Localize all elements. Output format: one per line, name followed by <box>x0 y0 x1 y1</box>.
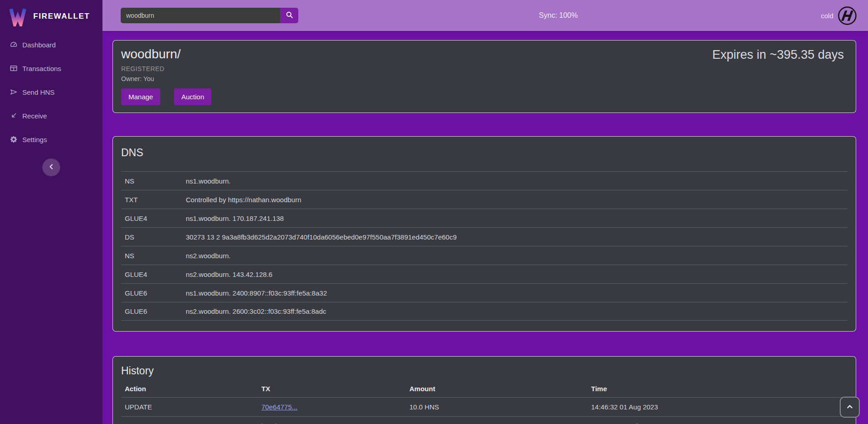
dns-record-type: TXT <box>121 196 186 204</box>
handshake-icon[interactable] <box>837 6 857 26</box>
sidebar-item-label: Send HNS <box>22 88 55 96</box>
sidebar-item-label: Receive <box>22 112 47 120</box>
dns-record-value: ns1.woodburn. 170.187.241.138 <box>186 215 848 222</box>
dns-table: NSns1.woodburn.TXTControlled by https://… <box>121 171 848 321</box>
dns-record-row: NSns1.woodburn. <box>121 171 848 190</box>
sidebar-item-receive[interactable]: Receive <box>0 104 102 128</box>
dns-record-row: GLUE6ns1.woodburn. 2400:8907::f03c:93ff:… <box>121 283 848 302</box>
auction-button[interactable]: Auction <box>174 88 211 105</box>
dns-record-type: DS <box>121 233 186 241</box>
sidebar-item-send-hns[interactable]: Send HNS <box>0 80 102 104</box>
search-icon <box>285 10 294 20</box>
sidebar: FIREWALLET Dashboard Transactions Send H… <box>0 0 102 424</box>
search-group <box>121 8 298 23</box>
tx-link[interactable]: b45d90... <box>261 422 290 424</box>
history-action: RENEW <box>121 422 261 424</box>
sidebar-item-settings[interactable]: Settings <box>0 128 102 151</box>
transactions-icon <box>9 64 18 73</box>
dns-record-row: GLUE6ns2.woodburn. 2600:3c02::f03c:93ff:… <box>121 302 848 321</box>
sidebar-item-dashboard[interactable]: Dashboard <box>0 33 102 56</box>
dns-record-type: NS <box>121 177 186 185</box>
dns-record-row: GLUE4ns1.woodburn. 170.187.241.138 <box>121 209 848 227</box>
domain-actions: Manage Auction <box>121 88 844 105</box>
sidebar-collapse-button[interactable] <box>42 158 60 176</box>
scroll-to-top-button[interactable] <box>840 397 860 418</box>
history-tx-cell: b45d90... <box>261 422 409 424</box>
firewallet-w-logo-icon <box>8 6 27 26</box>
dns-record-row: GLUE4ns2.woodburn. 143.42.128.6 <box>121 265 848 283</box>
history-table-header: Action TX Amount Time <box>121 380 848 397</box>
dns-record-type: GLUE4 <box>121 215 186 222</box>
history-section-title: History <box>121 365 848 377</box>
dns-record-type: GLUE4 <box>121 271 186 278</box>
dns-record-row: NSns2.woodburn. <box>121 246 848 265</box>
column-header-time: Time <box>591 385 848 393</box>
dns-record-row: TXTControlled by https://nathan.woodburn <box>121 190 848 209</box>
domain-owner: Owner: You <box>121 75 844 82</box>
history-row: RENEWb45d90...10.0 HNS15:45:06 07 Jul 20… <box>121 416 848 424</box>
topbar: Sync: 100% cold <box>102 0 868 31</box>
history-time: 15:45:06 07 Jul 2023 <box>591 422 848 424</box>
column-header-amount: Amount <box>409 385 591 393</box>
history-tx-cell: 70e64775... <box>261 403 409 411</box>
dns-record-value: ns2.woodburn. 143.42.128.6 <box>186 271 848 278</box>
domain-summary-card: woodburn/ REGISTERED Owner: You Manage A… <box>112 40 856 113</box>
sync-status: Sync: 100% <box>539 11 577 20</box>
send-icon <box>9 87 18 97</box>
brand-header: FIREWALLET <box>0 0 102 26</box>
dns-record-type: GLUE6 <box>121 289 186 297</box>
history-table-body: UPDATE70e64775...10.0 HNS14:46:32 01 Aug… <box>121 397 848 424</box>
settings-icon <box>9 135 18 144</box>
chevron-up-icon <box>845 402 855 413</box>
dns-record-value: ns2.woodburn. <box>186 252 848 260</box>
sidebar-item-label: Dashboard <box>22 41 56 49</box>
dns-record-type: NS <box>121 252 186 260</box>
dashboard-icon <box>9 40 18 49</box>
history-action: UPDATE <box>121 403 261 411</box>
receive-icon <box>9 111 18 120</box>
sidebar-item-label: Settings <box>22 136 47 143</box>
column-header-tx: TX <box>261 385 409 393</box>
history-row: UPDATE70e64775...10.0 HNS14:46:32 01 Aug… <box>121 397 848 416</box>
tx-link[interactable]: 70e64775... <box>261 403 297 411</box>
sidebar-nav: Dashboard Transactions Send HNS Receive … <box>0 33 102 151</box>
expiry-label: Expires in ~395.35 days <box>712 48 844 62</box>
dns-section-title: DNS <box>121 147 848 159</box>
dns-record-value: ns1.woodburn. 2400:8907::f03c:93ff:fe5a:… <box>186 289 848 297</box>
search-input[interactable] <box>121 8 280 23</box>
brand-name: FIREWALLET <box>33 12 90 21</box>
column-header-action: Action <box>121 385 261 393</box>
dns-card: DNS NSns1.woodburn.TXTControlled by http… <box>112 136 856 332</box>
domain-status: REGISTERED <box>121 65 844 72</box>
history-time: 14:46:32 01 Aug 2023 <box>591 403 848 411</box>
dns-record-value: 30273 13 2 9a3a8fb3d625d2a2073d740f10da6… <box>186 233 848 241</box>
search-button[interactable] <box>280 8 298 23</box>
dns-record-value: ns1.woodburn. <box>186 177 848 185</box>
chevron-left-icon <box>47 163 56 172</box>
dns-record-value: ns2.woodburn. 2600:3c02::f03c:93ff:fe5a:… <box>186 307 848 315</box>
manage-button[interactable]: Manage <box>121 88 160 105</box>
wallet-group[interactable]: cold <box>821 6 857 26</box>
sidebar-item-label: Transactions <box>22 65 61 72</box>
dns-record-value: Controlled by https://nathan.woodburn <box>186 196 848 204</box>
history-amount: 10.0 HNS <box>409 422 591 424</box>
sidebar-item-transactions[interactable]: Transactions <box>0 56 102 80</box>
history-card: History Action TX Amount Time UPDATE70e6… <box>112 356 856 424</box>
dns-record-type: GLUE6 <box>121 307 186 315</box>
main-content: woodburn/ REGISTERED Owner: You Manage A… <box>102 31 868 424</box>
dns-record-row: DS30273 13 2 9a3a8fb3d625d2a2073d740f10d… <box>121 227 848 246</box>
wallet-name: cold <box>821 12 833 20</box>
history-amount: 10.0 HNS <box>409 403 591 411</box>
